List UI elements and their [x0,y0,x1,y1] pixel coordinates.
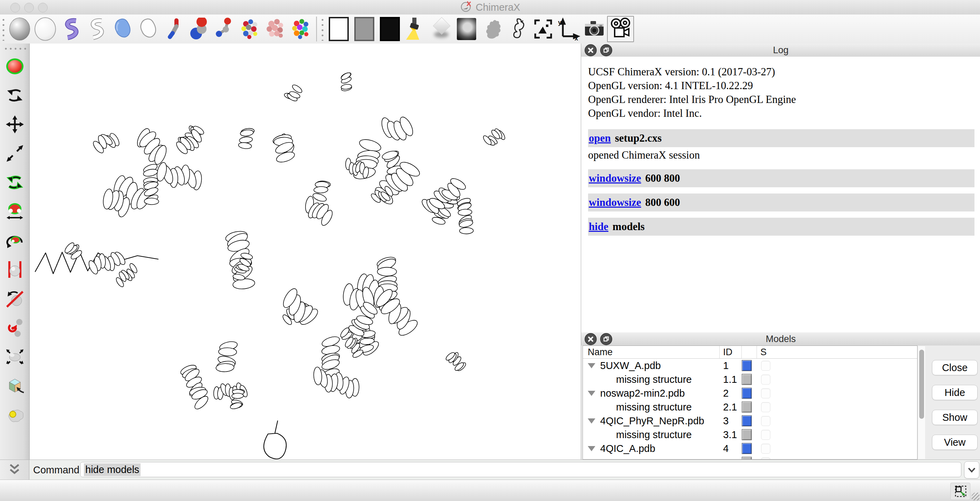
rotate-icon[interactable] [4,85,25,106]
rainbow-molecule-icon[interactable] [288,17,313,41]
stick-style-icon[interactable] [160,17,186,41]
model-shown-checkbox[interactable] [761,402,770,412]
expand-toolbar-chevrons-icon[interactable] [8,464,21,476]
model-color-swatch[interactable] [742,429,752,440]
zoom-icon[interactable] [4,143,25,164]
movie-camera-icon[interactable] [607,16,634,42]
flashlight-lighting-icon[interactable] [402,17,428,41]
model-color-swatch[interactable] [742,388,752,399]
model-color-swatch[interactable] [742,374,752,385]
gray-background-icon[interactable] [352,17,377,41]
multicolor-molecule-icon[interactable] [237,17,262,41]
model-row[interactable]: noswap2-min2.pdb 2 [583,386,917,400]
clip-rotate-icon[interactable] [4,288,25,309]
model-name: missing structure [616,402,692,413]
model-shown-checkbox[interactable] [761,388,770,398]
axes-icon[interactable]: yx [556,17,582,41]
model-row[interactable]: 4QIC_PhyR_NepR.pdb 3 [583,414,917,428]
black-background-icon[interactable] [377,17,402,41]
model-color-swatch[interactable] [742,443,752,454]
models-scrollbar-thumb[interactable] [919,349,924,419]
close-icon[interactable] [585,333,597,345]
command-label: Command: [33,460,82,480]
full-shadow-icon[interactable] [454,17,479,41]
model-id: 1.1 [720,374,742,385]
column-header-color[interactable] [742,346,757,358]
ball-and-stick-style-icon[interactable] [186,17,212,41]
small-ball-and-stick-style-icon[interactable] [212,17,237,41]
model-shown-checkbox[interactable] [761,430,770,440]
models-scrollbar[interactable] [918,346,925,459]
gray-silhouette-icon[interactable] [479,17,505,41]
bond-rotation-icon[interactable] [4,317,25,338]
view-model-button[interactable]: View [932,435,978,450]
model-shown-checkbox[interactable] [761,375,770,385]
translate-icon[interactable] [4,114,25,135]
toolbar-drag-handle[interactable] [1,17,6,41]
save-image-icon[interactable] [530,17,556,41]
command-bar: Command: hide models [0,460,980,480]
collapse-triangle-icon[interactable] [588,446,595,451]
collapse-triangle-icon[interactable] [588,363,595,368]
model-color-swatch[interactable] [742,402,752,413]
select-icon[interactable] [4,56,25,77]
soft-shadow-icon[interactable] [428,17,454,41]
model-color-swatch[interactable] [742,457,752,460]
model-row[interactable]: 4QIC_A.pdb 4 [583,442,917,455]
model-row[interactable]: missing structure 1.1 [583,372,917,386]
model-color-swatch[interactable] [742,415,752,426]
contour-level-icon[interactable] [4,346,25,367]
command-input[interactable]: hide models [80,462,961,477]
clip-icon[interactable] [4,259,25,280]
window-resize-grip[interactable] [972,493,979,500]
command-history-dropdown[interactable] [964,461,979,479]
model-row[interactable]: missing structure 3.1 [583,428,917,442]
hide-model-button[interactable]: Hide [932,385,978,400]
sphere-outline-style-icon[interactable] [32,17,58,41]
rotate-molecule-icon[interactable] [4,230,25,251]
model-color-swatch[interactable] [742,360,752,371]
model-row[interactable] [583,455,917,460]
collapse-triangle-icon[interactable] [588,418,595,424]
svg-text:y: y [558,19,562,26]
command-help-link[interactable]: open [589,132,611,144]
show-model-button[interactable]: Show [932,410,978,425]
model-row[interactable]: missing structure 2.1 [583,400,917,414]
column-header-id[interactable]: ID [720,346,742,358]
close-model-button[interactable]: Close [932,360,978,375]
command-help-link[interactable]: windowsize [589,196,641,209]
surface-outline-style-icon[interactable] [135,17,160,41]
close-icon[interactable] [585,44,597,56]
ribbon-outline-style-icon[interactable] [84,17,109,41]
white-background-icon[interactable] [326,17,352,41]
sphere-style-icon[interactable] [7,17,32,41]
command-args: models [612,220,645,233]
camera-icon[interactable] [582,17,607,41]
model-shown-checkbox[interactable] [761,416,770,426]
float-panel-icon[interactable] [600,333,612,345]
place-marker-icon[interactable] [4,404,25,425]
column-header-shown[interactable]: S [757,347,767,357]
pink-molecule-icon[interactable] [262,17,288,41]
window-title: ChimeraX [476,2,520,13]
model-shown-checkbox[interactable] [761,361,770,371]
seahorse-outline-icon[interactable] [505,17,530,41]
ribbon-style-icon[interactable] [58,17,84,41]
move-planes-icon[interactable] [4,375,25,396]
resize-graphics-window-icon[interactable] [950,483,970,500]
float-panel-icon[interactable] [600,44,612,56]
command-help-link[interactable]: windowsize [589,172,641,185]
translate-selection-icon[interactable] [4,201,25,222]
collapse-triangle-icon[interactable] [588,391,595,396]
model-row[interactable]: 5UXW_A.pdb 1 [583,359,917,372]
model-shown-checkbox[interactable] [761,444,770,454]
model-id: 2 [720,388,742,399]
toolbar-drag-handle[interactable] [320,17,325,41]
command-help-link[interactable]: hide [589,220,608,233]
models-panel-header: Models [581,332,980,346]
column-header-name[interactable]: Name [583,346,720,358]
toolbar-drag-handle[interactable] [3,46,26,51]
rotate-selection-icon[interactable] [4,172,25,193]
surface-style-icon[interactable] [109,17,135,41]
graphics-viewport[interactable] [30,43,581,460]
